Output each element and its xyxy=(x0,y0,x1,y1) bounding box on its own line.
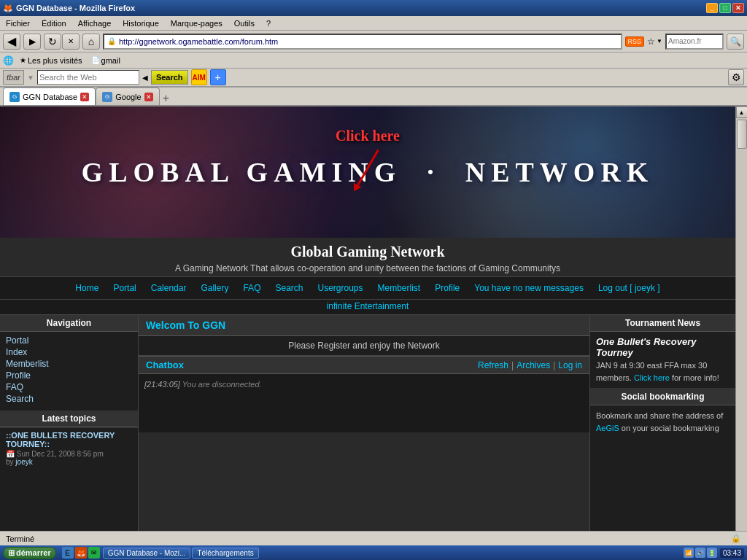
titlebar-icon: 🦊 xyxy=(3,4,13,13)
nav-calendar[interactable]: Calendar xyxy=(144,281,194,295)
nav-memberlist[interactable]: Memberlist xyxy=(371,281,428,295)
tray-battery-icon: 🔋 xyxy=(707,548,717,558)
chatbox-refresh[interactable]: Refresh xyxy=(478,360,508,370)
nav-usergroups[interactable]: Usergroups xyxy=(311,281,371,295)
nav-infinite[interactable]: infinite Entertainment xyxy=(327,301,409,311)
nav-gallery[interactable]: Gallery xyxy=(193,281,236,295)
tab-close-google[interactable]: ✕ xyxy=(144,93,153,101)
latest-topics-title: Latest topics xyxy=(0,411,138,427)
new-tab-button[interactable]: + xyxy=(163,92,169,105)
bookmarks-bar: 🌐 ★ Les plus visités 📄 gmail xyxy=(0,52,747,69)
chatbox-archives[interactable]: Archives xyxy=(516,360,550,370)
system-clock: 03:43 xyxy=(720,548,744,558)
social-bookmarking-title: Social bookmarking xyxy=(590,389,735,405)
sidebar-portal[interactable]: Portal xyxy=(6,335,132,346)
tab-label-google: Google xyxy=(115,93,141,101)
tab-close-ggn[interactable]: ✕ xyxy=(80,93,89,101)
click-here-text[interactable]: Click here xyxy=(336,128,400,144)
menu-edition[interactable]: Édition xyxy=(39,18,69,28)
tourney-details: JAN 9 at 9:30 east FFA max 30 members. C… xyxy=(596,359,729,384)
social-aegis-link[interactable]: AeGiS xyxy=(596,424,619,432)
nav-logout[interactable]: Log out [ joeyk ] xyxy=(591,281,667,295)
topic-date: Sun Dec 21, 2008 8:56 pm xyxy=(17,450,104,458)
tbar-label[interactable]: tbar xyxy=(3,70,24,85)
quicklaunch-ff[interactable]: 🦊 xyxy=(75,547,87,559)
nav-messages[interactable]: You have no new messages xyxy=(467,281,591,295)
quicklaunch-ie[interactable]: E xyxy=(62,547,74,559)
taskbar-item-ggn[interactable]: GGN Database - Mozi... xyxy=(103,548,191,559)
nav-profile[interactable]: Profile xyxy=(427,281,467,295)
minimize-button[interactable]: _ xyxy=(706,3,718,13)
menu-fichier[interactable]: Fichier xyxy=(3,18,33,28)
menu-historique[interactable]: Historique xyxy=(120,18,162,28)
center-content: Welcom To GGN Please Register and enjoy … xyxy=(139,315,589,545)
stop-button[interactable]: ✕ xyxy=(62,34,80,50)
search-web-input[interactable] xyxy=(38,73,139,82)
chatbox-body: [21:43:05] You are disconnected. xyxy=(139,374,589,432)
chatbox-sep2: | xyxy=(553,360,555,370)
aim-button[interactable]: AIM xyxy=(191,69,207,85)
bookmark-item-gmail[interactable]: 📄 gmail xyxy=(88,55,123,66)
menu-help[interactable]: ? xyxy=(263,18,274,28)
social-text-prefix: Bookmark and share the address of xyxy=(596,411,723,420)
chatbox-actions: Refresh | Archives | Log in xyxy=(478,360,582,370)
quicklaunch-mail[interactable]: ✉ xyxy=(88,547,100,559)
tabs-bar: G GGN Database ✕ G Google ✕ + xyxy=(0,88,747,106)
taskbar-item-telechargements[interactable]: Téléchargements xyxy=(192,548,258,559)
refresh-button[interactable]: ↻ xyxy=(44,34,61,50)
nav-faq[interactable]: FAQ xyxy=(236,281,268,295)
bookmark-item-visites[interactable]: ★ Les plus visités xyxy=(17,55,85,66)
search-web-button[interactable]: Search xyxy=(151,70,188,85)
menu-marquepages[interactable]: Marque-pages xyxy=(168,18,225,28)
sidebar-index[interactable]: Index xyxy=(6,346,132,358)
scrollbar-thumb[interactable] xyxy=(737,120,747,149)
toolbar-row: tbar ▼ ◀ Search AIM + ⚙ xyxy=(0,69,747,88)
star-btn[interactable]: ☆ ▼ xyxy=(647,36,662,47)
menu-affichage[interactable]: Affichage xyxy=(75,18,115,28)
gear-button[interactable]: ⚙ xyxy=(728,69,744,85)
site-subtitle: A Gaming Network That allows co-operatio… xyxy=(0,263,735,273)
tournament-news-body: One Bullet's Recovery Tourney JAN 9 at 9… xyxy=(590,332,735,389)
sidebar-search[interactable]: Search xyxy=(6,393,132,405)
navbar: ◀ ▶ ↻ ✕ ⌂ 🔒 RSS ☆ ▼ 🔍 xyxy=(0,31,747,52)
forward-button[interactable]: ▶ xyxy=(23,34,41,50)
plus-button[interactable]: + xyxy=(210,69,226,85)
tab-icon-google: G xyxy=(102,92,112,102)
nav-portal[interactable]: Portal xyxy=(106,281,143,295)
topic-author[interactable]: joeyk xyxy=(15,458,32,466)
scrollbar[interactable]: ▲ ▼ xyxy=(735,106,747,545)
start-button[interactable]: ⊞ démarrer xyxy=(3,547,56,559)
scrollbar-up-button[interactable]: ▲ xyxy=(736,106,748,118)
search-dropdown-icon[interactable]: ◀ xyxy=(142,74,148,82)
url-input[interactable] xyxy=(119,37,618,46)
security-icon: 🔒 xyxy=(731,534,741,543)
back-button[interactable]: ◀ xyxy=(3,34,20,50)
register-text: Please Register and enjoy the Network xyxy=(288,341,439,351)
topic-by: by xyxy=(6,458,14,466)
topic-title[interactable]: ::ONE BULLETS RECOVERY TOURNEY:: xyxy=(6,431,132,448)
amazon-search-button[interactable]: 🔍 xyxy=(727,34,744,50)
tab-google[interactable]: G Google ✕ xyxy=(96,88,159,105)
nav-home[interactable]: Home xyxy=(68,281,106,295)
tourney-click-here[interactable]: Click here xyxy=(634,373,670,382)
sidebar-profile[interactable]: Profile xyxy=(6,370,132,381)
sidebar-faq[interactable]: FAQ xyxy=(6,381,132,393)
sidebar-memberlist[interactable]: Memberlist xyxy=(6,358,132,370)
maximize-button[interactable]: □ xyxy=(719,3,731,13)
right-sidebar: Tournament News One Bullet's Recovery To… xyxy=(589,315,735,545)
taskbar-right: 📶 🔊 🔋 03:43 xyxy=(684,548,744,558)
tab-ggn-database[interactable]: G GGN Database ✕ xyxy=(3,88,96,105)
tbar-dropdown-icon[interactable]: ▼ xyxy=(27,74,34,82)
chatbox-header: Chatbox Refresh | Archives | Log in xyxy=(139,356,589,374)
chatbox-login[interactable]: Log in xyxy=(558,360,582,370)
rss-button[interactable]: RSS xyxy=(625,36,645,47)
left-sidebar: Navigation Portal Index Memberlist Profi… xyxy=(0,315,139,545)
site-banner[interactable]: Global Gaming · Network Click here xyxy=(0,106,735,238)
nav-search[interactable]: Search xyxy=(268,281,310,295)
site-nav: Home Portal Calendar Gallery FAQ Search … xyxy=(0,276,735,300)
home-button[interactable]: ⌂ xyxy=(82,34,100,50)
close-button[interactable]: ✕ xyxy=(732,3,744,13)
menu-outils[interactable]: Outils xyxy=(231,18,258,28)
amazon-input[interactable] xyxy=(667,37,722,45)
three-column-layout: Navigation Portal Index Memberlist Profi… xyxy=(0,315,735,545)
